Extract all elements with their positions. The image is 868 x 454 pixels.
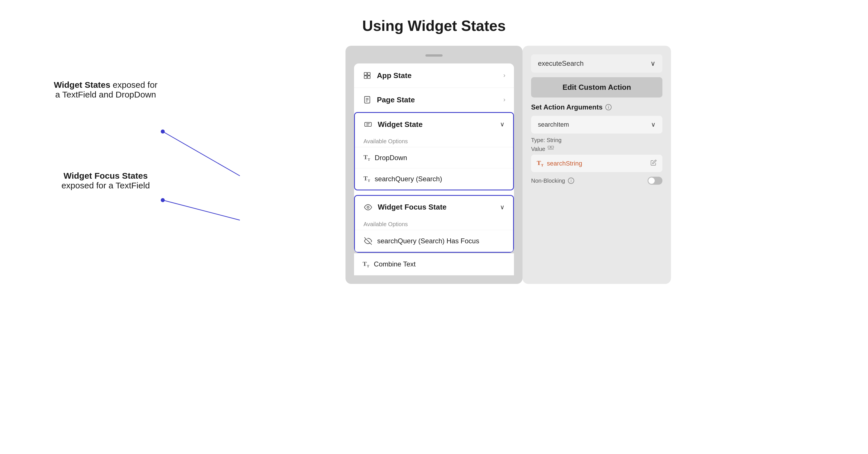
edit-pencil-icon[interactable] [650, 160, 657, 168]
search-string-value: searchString [547, 160, 582, 167]
svg-rect-3 [368, 76, 370, 78]
svg-rect-2 [364, 76, 367, 78]
widget-focus-state-header[interactable]: Widget Focus State ∨ [355, 196, 513, 219]
svg-rect-0 [364, 73, 367, 75]
widget-focus-state-section: Widget Focus State ∨ Available Options [354, 195, 514, 253]
panel-handle [426, 54, 442, 57]
widget-state-header[interactable]: Widget State ∨ [355, 113, 513, 136]
ui-container: App State › [345, 46, 671, 284]
app-state-label: App State [377, 71, 411, 80]
dropdown-panel: App State › [345, 46, 523, 284]
search-item-dropdown[interactable]: searchItem ∨ [531, 116, 662, 134]
search-has-focus-label: searchQuery (Search) Has Focus [377, 237, 479, 245]
dropdown-tt-icon: TT [364, 153, 370, 162]
non-blocking-row: Non-Blocking i [531, 177, 662, 185]
svg-point-11 [367, 206, 369, 208]
page-state-chevron: › [503, 96, 505, 104]
searchquery-label: searchQuery (Search) [375, 175, 442, 183]
widget-state-chevron: ∨ [500, 121, 504, 128]
page-state-icon [363, 95, 372, 104]
svg-rect-14 [551, 146, 554, 148]
search-string-tt-icon: TT [537, 159, 544, 168]
svg-rect-13 [548, 146, 551, 148]
execute-search-label: executeSearch [538, 59, 584, 67]
page-container: Using Widget States Widget States expose… [0, 0, 868, 454]
searchquery-tt-icon: TT [364, 175, 370, 183]
value-label: Value [531, 146, 662, 152]
widget-state-icon [364, 120, 373, 129]
app-state-item[interactable]: App State › [354, 63, 514, 88]
set-action-args-info-icon[interactable]: i [605, 104, 612, 110]
widget-state-search-option[interactable]: TT searchQuery (Search) [355, 168, 513, 189]
widget-state-options-label: Available Options [355, 136, 513, 147]
svg-rect-1 [368, 73, 370, 75]
non-blocking-label: Non-Blocking [531, 177, 565, 184]
widget-state-label: Widget State [378, 120, 423, 129]
type-string-label: Type: String [531, 137, 662, 143]
focus-state-search-option[interactable]: searchQuery (Search) Has Focus [355, 230, 513, 252]
app-state-chevron: › [503, 72, 505, 79]
widget-states-annotation: Widget States exposed for a TextField an… [52, 80, 160, 100]
value-text: Value [531, 146, 545, 152]
focus-state-options-label: Available Options [355, 219, 513, 230]
page-state-label: Page State [377, 95, 415, 104]
page-title: Using Widget States [0, 0, 868, 52]
widget-focus-states-bold: Widget Focus States [64, 171, 148, 180]
right-panel: executeSearch ∨ Edit Custom Action Set A… [523, 46, 671, 284]
edit-custom-action-label: Edit Custom Action [562, 83, 631, 91]
search-item-label: searchItem [538, 121, 569, 129]
search-item-chevron: ∨ [651, 121, 656, 129]
widget-state-section: Widget State ∨ Available Options TT Drop… [354, 112, 514, 191]
svg-rect-8 [365, 122, 371, 126]
execute-search-chevron: ∨ [650, 59, 656, 67]
combine-text-tt-icon: TT [363, 260, 369, 268]
dropdown-card: App State › [354, 63, 514, 253]
page-state-item[interactable]: Page State › [354, 88, 514, 112]
widget-focus-state-label: Widget Focus State [378, 203, 446, 211]
eye-icon [364, 203, 373, 212]
annotations-container: Widget States exposed for a TextField an… [52, 80, 160, 191]
widget-states-bold: Widget States [54, 80, 110, 89]
set-action-args-label: Set Action Arguments [531, 103, 602, 111]
widget-focus-state-chevron: ∨ [500, 203, 504, 211]
widget-focus-states-text: exposed for a TextField [61, 181, 150, 191]
widget-state-dropdown-option[interactable]: TT DropDown [355, 147, 513, 168]
edit-custom-action-button[interactable]: Edit Custom Action [531, 77, 662, 97]
execute-search-dropdown[interactable]: executeSearch ∨ [531, 54, 662, 73]
app-state-icon [363, 71, 372, 80]
non-blocking-info-icon[interactable]: i [568, 177, 574, 184]
non-blocking-toggle[interactable] [648, 177, 662, 185]
value-icon [548, 146, 554, 152]
value-field: TT searchString [531, 155, 662, 172]
set-action-args-heading: Set Action Arguments i [531, 103, 662, 111]
dropdown-label: DropDown [375, 154, 407, 162]
widget-focus-states-annotation: Widget Focus States exposed for a TextFi… [52, 171, 160, 191]
combine-text-label: Combine Text [374, 260, 415, 268]
eye-off-icon [364, 236, 373, 246]
combine-text-item[interactable]: TT Combine Text [354, 253, 514, 275]
